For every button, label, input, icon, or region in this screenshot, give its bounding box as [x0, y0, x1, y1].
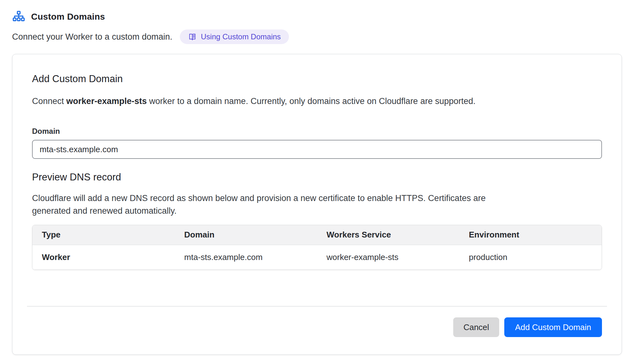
description-post: worker to a domain name. Currently, only…	[149, 96, 475, 106]
footer-divider	[27, 306, 607, 307]
page-header: Custom Domains	[12, 10, 622, 24]
add-custom-domain-button[interactable]: Add Custom Domain	[504, 317, 602, 337]
cell-domain: mta-sts.example.com	[175, 245, 317, 270]
panel-heading: Add Custom Domain	[32, 73, 602, 85]
description-pre: Connect	[32, 96, 64, 106]
worker-name: worker-example-sts	[66, 96, 147, 106]
sitemap-icon	[12, 10, 25, 23]
cancel-button[interactable]: Cancel	[453, 317, 499, 337]
column-header-domain: Domain	[175, 225, 317, 245]
domain-input[interactable]	[32, 140, 602, 159]
page-subtitle: Connect your Worker to a custom domain.	[12, 32, 172, 42]
domain-field-label: Domain	[32, 127, 602, 136]
column-header-workers-service: Workers Service	[317, 225, 460, 245]
preview-dns-description: Cloudflare will add a new DNS record as …	[32, 192, 508, 217]
column-header-type: Type	[32, 225, 175, 245]
subtitle-row: Connect your Worker to a custom domain. …	[12, 29, 622, 44]
docs-link-label: Using Custom Domains	[201, 32, 281, 41]
cell-workers-service: worker-example-sts	[317, 245, 460, 270]
add-custom-domain-panel: Add Custom Domain Connect worker-example…	[12, 54, 622, 355]
column-header-environment: Environment	[459, 225, 602, 245]
table-header-row: Type Domain Workers Service Environment	[32, 225, 602, 245]
open-book-icon	[188, 33, 197, 41]
actions-row: Cancel Add Custom Domain	[32, 317, 602, 337]
cell-environment: production	[459, 245, 602, 270]
panel-description: Connect worker-example-sts worker to a d…	[32, 95, 602, 107]
page-title: Custom Domains	[31, 12, 105, 22]
custom-domains-page: Custom Domains Connect your Worker to a …	[0, 0, 634, 355]
dns-preview-table: Type Domain Workers Service Environment …	[32, 225, 602, 270]
preview-dns-heading: Preview DNS record	[32, 172, 602, 183]
table-row: Worker mta-sts.example.com worker-exampl…	[32, 245, 602, 270]
cell-type: Worker	[32, 245, 175, 270]
docs-link-using-custom-domains[interactable]: Using Custom Domains	[180, 29, 289, 44]
